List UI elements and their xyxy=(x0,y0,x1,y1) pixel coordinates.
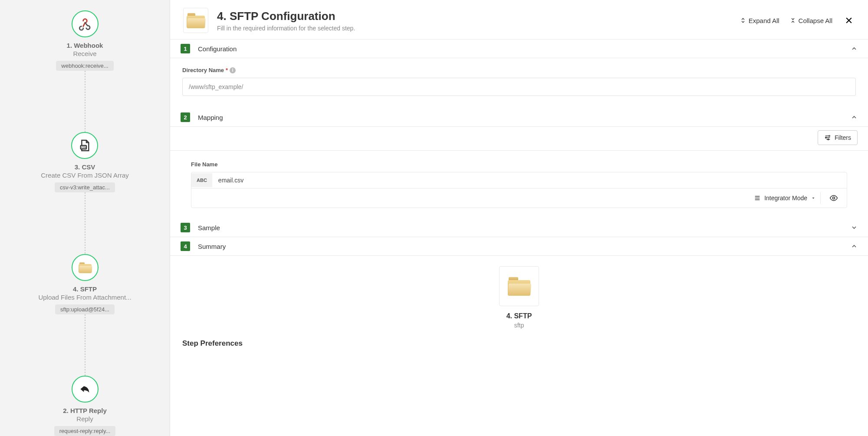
reply-icon xyxy=(72,376,99,403)
mode-label: Integrator Mode xyxy=(764,195,807,201)
mapping-body: Filters File Name ABC email.csv Integrat… xyxy=(170,127,868,218)
flow-connector xyxy=(85,192,85,254)
file-name-label: File Name xyxy=(191,161,847,168)
file-name-value[interactable]: email.csv xyxy=(212,172,250,188)
close-button[interactable] xyxy=(843,14,855,26)
close-icon xyxy=(845,16,853,25)
svg-text:CSV: CSV xyxy=(82,146,87,149)
info-icon[interactable]: i xyxy=(230,67,236,73)
node-title: 4. SFTP xyxy=(73,285,97,293)
filters-button[interactable]: Filters xyxy=(818,130,858,145)
section-title: Sample xyxy=(198,224,220,231)
flow-node-sftp[interactable]: 4. SFTP Upload Files From Attachment... … xyxy=(38,254,131,314)
summary-title: 4. SFTP xyxy=(506,312,532,320)
collapse-all-button[interactable]: Collapse All xyxy=(790,17,832,24)
step-preferences-heading: Step Preferences xyxy=(170,330,868,357)
eye-icon xyxy=(829,194,838,202)
chevron-up-icon xyxy=(851,45,858,52)
required-marker: * xyxy=(226,67,228,73)
node-chip: sftp:upload@5f24... xyxy=(55,304,115,314)
node-title: 1. Webhook xyxy=(67,42,103,49)
chevron-up-icon xyxy=(851,243,858,250)
section-number: 2 xyxy=(181,112,190,122)
page-title: 4. SFTP Configuration xyxy=(217,10,355,23)
collapse-icon xyxy=(790,17,796,23)
main-panel: 4. SFTP Configuration Fill in the requir… xyxy=(170,0,868,436)
directory-name-input[interactable] xyxy=(182,78,856,96)
node-subtitle: Upload Files From Attachment... xyxy=(38,294,131,301)
summary-body: 4. SFTP sftp xyxy=(170,256,868,330)
integrator-mode-button[interactable]: Integrator Mode xyxy=(750,192,821,204)
csv-icon: CSV xyxy=(71,132,98,159)
page-subtitle: Fill in the required information for the… xyxy=(217,25,355,32)
folder-icon xyxy=(72,254,99,281)
section-number: 4 xyxy=(181,241,190,251)
section-number: 3 xyxy=(181,223,190,232)
node-subtitle: Reply xyxy=(76,415,93,423)
section-header-configuration[interactable]: 1 Configuration xyxy=(170,40,868,58)
chevron-down-icon xyxy=(851,224,858,231)
summary-folder-icon xyxy=(499,266,539,306)
section-title: Summary xyxy=(198,243,226,250)
flow-connector xyxy=(85,71,85,132)
summary-subtitle: sftp xyxy=(514,322,524,329)
flow-sidebar: 1. Webhook Receive webhook:receive... CS… xyxy=(0,0,170,436)
expand-all-label: Expand All xyxy=(749,17,779,24)
flow-connector xyxy=(85,314,85,376)
section-header-sample[interactable]: 3 Sample xyxy=(170,218,868,237)
section-header-mapping[interactable]: 2 Mapping xyxy=(170,108,868,127)
node-subtitle: Create CSV From JSON Array xyxy=(41,172,129,179)
type-badge: ABC xyxy=(191,173,212,187)
collapse-all-label: Collapse All xyxy=(799,17,832,24)
filters-label: Filters xyxy=(835,134,851,141)
node-title: 2. HTTP Reply xyxy=(63,407,107,414)
section-title: Configuration xyxy=(198,45,237,53)
flow-node-webhook[interactable]: 1. Webhook Receive webhook:receive... xyxy=(56,10,113,71)
flow-node-reply[interactable]: 2. HTTP Reply Reply request-reply:reply.… xyxy=(54,376,116,436)
webhook-icon xyxy=(72,10,99,37)
header-folder-icon xyxy=(183,8,208,33)
flow-node-csv[interactable]: CSV 3. CSV Create CSV From JSON Array cs… xyxy=(41,132,129,192)
node-subtitle: Receive xyxy=(73,50,96,57)
section-number: 1 xyxy=(181,44,190,53)
svg-point-2 xyxy=(829,135,830,137)
section-title: Mapping xyxy=(198,114,223,121)
expand-all-button[interactable]: Expand All xyxy=(740,17,779,24)
chevron-down-icon xyxy=(811,195,816,201)
node-chip: webhook:receive... xyxy=(56,61,113,71)
configuration-body: Directory Name* i xyxy=(170,58,868,108)
directory-name-label: Directory Name* i xyxy=(182,67,856,73)
node-chip: csv-v3:write_attac... xyxy=(55,182,115,192)
file-name-row: ABC email.csv Integrator Mode xyxy=(191,172,847,208)
panel-header: 4. SFTP Configuration Fill in the requir… xyxy=(170,0,868,40)
expand-icon xyxy=(740,17,746,23)
svg-point-5 xyxy=(833,197,835,199)
filters-icon xyxy=(824,134,831,141)
preview-button[interactable] xyxy=(825,191,842,205)
node-chip: request-reply:reply... xyxy=(54,426,116,436)
chevron-up-icon xyxy=(851,114,858,121)
section-header-summary[interactable]: 4 Summary xyxy=(170,237,868,256)
list-icon xyxy=(754,195,761,201)
node-title: 3. CSV xyxy=(75,163,95,171)
